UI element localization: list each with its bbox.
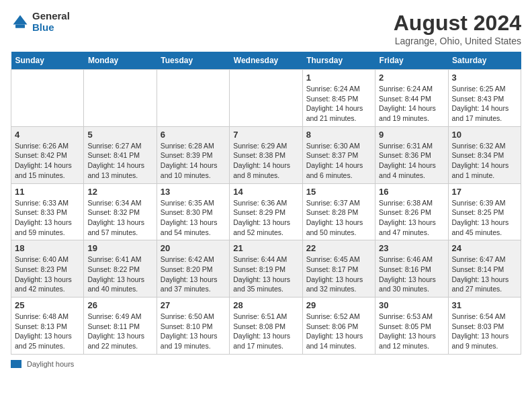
day-number: 8 (306, 130, 371, 140)
calendar-cell: 4Sunrise: 6:26 AM Sunset: 8:42 PM Daylig… (11, 126, 84, 183)
calendar-cell: 29Sunrise: 6:52 AM Sunset: 8:06 PM Dayli… (302, 298, 375, 355)
day-number: 27 (161, 300, 226, 310)
calendar-cell (11, 70, 84, 127)
calendar-cell: 28Sunrise: 6:51 AM Sunset: 8:08 PM Dayli… (230, 298, 302, 355)
calendar-cell: 6Sunrise: 6:28 AM Sunset: 8:39 PM Daylig… (157, 126, 229, 183)
day-info: Sunrise: 6:54 AM Sunset: 8:03 PM Dayligh… (452, 312, 517, 351)
day-info: Sunrise: 6:44 AM Sunset: 8:19 PM Dayligh… (233, 255, 298, 294)
day-info: Sunrise: 6:46 AM Sunset: 8:16 PM Dayligh… (379, 255, 444, 294)
day-info: Sunrise: 6:38 AM Sunset: 8:26 PM Dayligh… (379, 198, 444, 238)
day-info: Sunrise: 6:47 AM Sunset: 8:14 PM Dayligh… (452, 255, 517, 294)
calendar-cell: 18Sunrise: 6:40 AM Sunset: 8:23 PM Dayli… (11, 240, 84, 298)
logo-blue-text: Blue (32, 22, 70, 34)
day-number: 11 (15, 187, 80, 197)
day-info: Sunrise: 6:45 AM Sunset: 8:17 PM Dayligh… (306, 255, 371, 294)
logo: General Blue (11, 11, 70, 33)
day-number: 16 (379, 187, 444, 197)
day-info: Sunrise: 6:49 AM Sunset: 8:11 PM Dayligh… (87, 312, 152, 351)
calendar-cell: 1Sunrise: 6:24 AM Sunset: 8:45 PM Daylig… (302, 70, 375, 127)
day-number: 18 (15, 243, 80, 253)
calendar-cell: 2Sunrise: 6:24 AM Sunset: 8:44 PM Daylig… (375, 70, 448, 127)
day-info: Sunrise: 6:35 AM Sunset: 8:30 PM Dayligh… (161, 198, 226, 238)
day-info: Sunrise: 6:39 AM Sunset: 8:25 PM Dayligh… (452, 198, 517, 238)
calendar-cell: 9Sunrise: 6:31 AM Sunset: 8:36 PM Daylig… (375, 126, 448, 183)
page-header: General Blue August 2024 Lagrange, Ohio,… (11, 11, 521, 46)
day-number: 25 (15, 300, 80, 310)
calendar-cell: 8Sunrise: 6:30 AM Sunset: 8:37 PM Daylig… (302, 126, 375, 183)
logo-general-text: General (32, 11, 70, 22)
calendar-week-4: 18Sunrise: 6:40 AM Sunset: 8:23 PM Dayli… (11, 240, 521, 298)
subtitle: Lagrange, Ohio, United States (394, 36, 521, 46)
calendar-week-5: 25Sunrise: 6:48 AM Sunset: 8:13 PM Dayli… (11, 298, 521, 355)
day-number: 5 (87, 130, 152, 140)
day-info: Sunrise: 6:48 AM Sunset: 8:13 PM Dayligh… (15, 312, 80, 351)
day-number: 9 (379, 130, 444, 140)
day-number: 20 (161, 243, 226, 253)
main-title: August 2024 (394, 11, 521, 36)
day-info: Sunrise: 6:33 AM Sunset: 8:33 PM Dayligh… (15, 198, 80, 238)
calendar-table: SundayMondayTuesdayWednesdayThursdayFrid… (11, 52, 521, 355)
calendar-cell: 21Sunrise: 6:44 AM Sunset: 8:19 PM Dayli… (230, 240, 302, 298)
day-info: Sunrise: 6:29 AM Sunset: 8:38 PM Dayligh… (233, 141, 298, 181)
calendar-cell: 19Sunrise: 6:41 AM Sunset: 8:22 PM Dayli… (84, 240, 157, 298)
day-header-thursday: Thursday (302, 52, 375, 70)
calendar-header-row: SundayMondayTuesdayWednesdayThursdayFrid… (11, 52, 521, 70)
calendar-cell: 23Sunrise: 6:46 AM Sunset: 8:16 PM Dayli… (375, 240, 448, 298)
day-number: 17 (452, 187, 517, 197)
calendar-cell: 3Sunrise: 6:25 AM Sunset: 8:43 PM Daylig… (448, 70, 521, 127)
day-number: 21 (233, 243, 298, 253)
day-number: 23 (379, 243, 444, 253)
day-number: 13 (161, 187, 226, 197)
title-area: August 2024 Lagrange, Ohio, United State… (394, 11, 521, 46)
day-number: 3 (452, 73, 517, 83)
day-info: Sunrise: 6:24 AM Sunset: 8:44 PM Dayligh… (379, 84, 444, 124)
calendar-cell: 20Sunrise: 6:42 AM Sunset: 8:20 PM Dayli… (157, 240, 229, 298)
day-number: 6 (161, 130, 226, 140)
day-info: Sunrise: 6:30 AM Sunset: 8:37 PM Dayligh… (306, 141, 371, 181)
day-header-monday: Monday (84, 52, 157, 70)
day-number: 30 (379, 300, 444, 310)
calendar-cell: 27Sunrise: 6:50 AM Sunset: 8:10 PM Dayli… (157, 298, 229, 355)
day-info: Sunrise: 6:26 AM Sunset: 8:42 PM Dayligh… (15, 141, 80, 181)
calendar-cell: 13Sunrise: 6:35 AM Sunset: 8:30 PM Dayli… (157, 183, 229, 240)
svg-rect-1 (15, 24, 25, 28)
calendar-cell: 24Sunrise: 6:47 AM Sunset: 8:14 PM Dayli… (448, 240, 521, 298)
calendar-cell: 25Sunrise: 6:48 AM Sunset: 8:13 PM Dayli… (11, 298, 84, 355)
day-header-friday: Friday (375, 52, 448, 70)
calendar-cell: 31Sunrise: 6:54 AM Sunset: 8:03 PM Dayli… (448, 298, 521, 355)
day-number: 31 (452, 300, 517, 310)
calendar-cell: 16Sunrise: 6:38 AM Sunset: 8:26 PM Dayli… (375, 183, 448, 240)
legend-color-box (11, 360, 21, 368)
day-number: 29 (306, 300, 371, 310)
day-number: 28 (233, 300, 298, 310)
calendar-cell: 17Sunrise: 6:39 AM Sunset: 8:25 PM Dayli… (448, 183, 521, 240)
day-info: Sunrise: 6:32 AM Sunset: 8:34 PM Dayligh… (452, 141, 517, 181)
day-info: Sunrise: 6:50 AM Sunset: 8:10 PM Dayligh… (161, 312, 226, 351)
day-info: Sunrise: 6:37 AM Sunset: 8:28 PM Dayligh… (306, 198, 371, 238)
calendar-cell (230, 70, 302, 127)
day-number: 14 (233, 187, 298, 197)
day-info: Sunrise: 6:34 AM Sunset: 8:32 PM Dayligh… (87, 198, 152, 238)
legend: Daylight hours (11, 360, 521, 368)
calendar-cell (157, 70, 229, 127)
day-info: Sunrise: 6:28 AM Sunset: 8:39 PM Dayligh… (161, 141, 226, 181)
day-info: Sunrise: 6:36 AM Sunset: 8:29 PM Dayligh… (233, 198, 298, 238)
day-header-sunday: Sunday (11, 52, 84, 70)
day-number: 4 (15, 130, 80, 140)
day-info: Sunrise: 6:31 AM Sunset: 8:36 PM Dayligh… (379, 141, 444, 181)
day-header-tuesday: Tuesday (157, 52, 229, 70)
day-number: 19 (87, 243, 152, 253)
day-number: 12 (87, 187, 152, 197)
calendar-cell (84, 70, 157, 127)
day-info: Sunrise: 6:42 AM Sunset: 8:20 PM Dayligh… (161, 255, 226, 294)
calendar-cell: 26Sunrise: 6:49 AM Sunset: 8:11 PM Dayli… (84, 298, 157, 355)
day-header-wednesday: Wednesday (230, 52, 302, 70)
day-number: 2 (379, 73, 444, 83)
calendar-cell: 30Sunrise: 6:53 AM Sunset: 8:05 PM Dayli… (375, 298, 448, 355)
day-info: Sunrise: 6:51 AM Sunset: 8:08 PM Dayligh… (233, 312, 298, 351)
legend-label: Daylight hours (27, 360, 74, 368)
day-info: Sunrise: 6:40 AM Sunset: 8:23 PM Dayligh… (15, 255, 80, 294)
calendar-cell: 15Sunrise: 6:37 AM Sunset: 8:28 PM Dayli… (302, 183, 375, 240)
day-number: 7 (233, 130, 298, 140)
logo-icon (11, 13, 30, 32)
